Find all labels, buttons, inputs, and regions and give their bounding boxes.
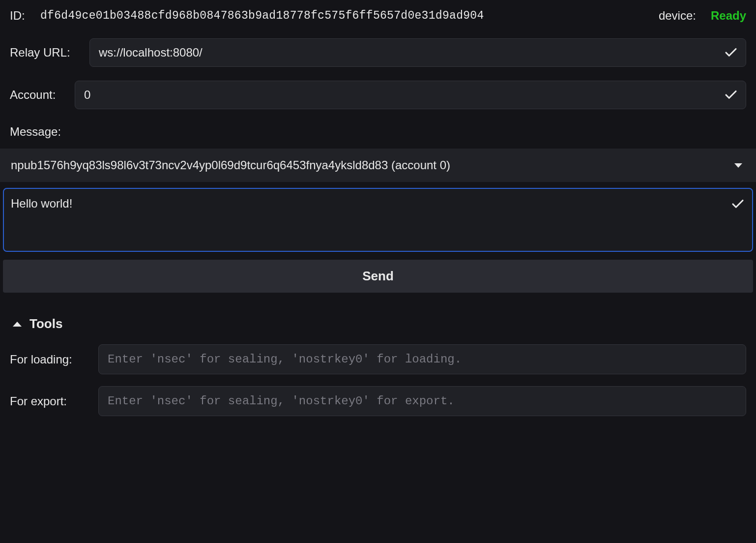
loading-input[interactable] [98, 344, 746, 374]
id-value: df6d49ce01b03488cfd968b0847863b9ad18778f… [40, 9, 484, 22]
tools-toggle[interactable]: Tools [0, 293, 756, 338]
recipient-select-value: npub1576h9yq83ls98l6v3t73ncv2v4yp0l69d9t… [11, 158, 450, 172]
header-row: ID: df6d49ce01b03488cfd968b0847863b9ad18… [0, 0, 756, 31]
account-row: Account: [0, 74, 756, 116]
relay-url-row: Relay URL: [0, 31, 756, 74]
id-label: ID: [10, 9, 30, 23]
relay-url-input[interactable] [89, 38, 746, 67]
chevron-down-icon [734, 163, 742, 168]
loading-label: For loading: [10, 353, 88, 366]
account-input-wrap [75, 81, 746, 109]
relay-url-label: Relay URL: [10, 46, 79, 60]
account-label: Account: [10, 88, 64, 102]
export-row: For export: [0, 380, 756, 422]
recipient-select[interactable]: npub1576h9yq83ls98l6v3t73ncv2v4yp0l69d9t… [0, 149, 756, 182]
device-label: device: [659, 9, 696, 23]
message-label-row: Message: [0, 116, 756, 149]
message-textarea-wrap [3, 188, 753, 255]
message-textarea[interactable] [3, 188, 753, 252]
message-label: Message: [10, 125, 61, 138]
relay-url-input-wrap [89, 38, 746, 67]
send-button[interactable]: Send [3, 260, 753, 293]
chevron-up-icon [13, 322, 22, 327]
export-label: For export: [10, 394, 88, 408]
tools-title: Tools [29, 316, 62, 332]
account-input[interactable] [75, 81, 746, 109]
device-status-badge: Ready [711, 9, 746, 23]
export-input[interactable] [98, 386, 746, 416]
loading-row: For loading: [0, 338, 756, 380]
